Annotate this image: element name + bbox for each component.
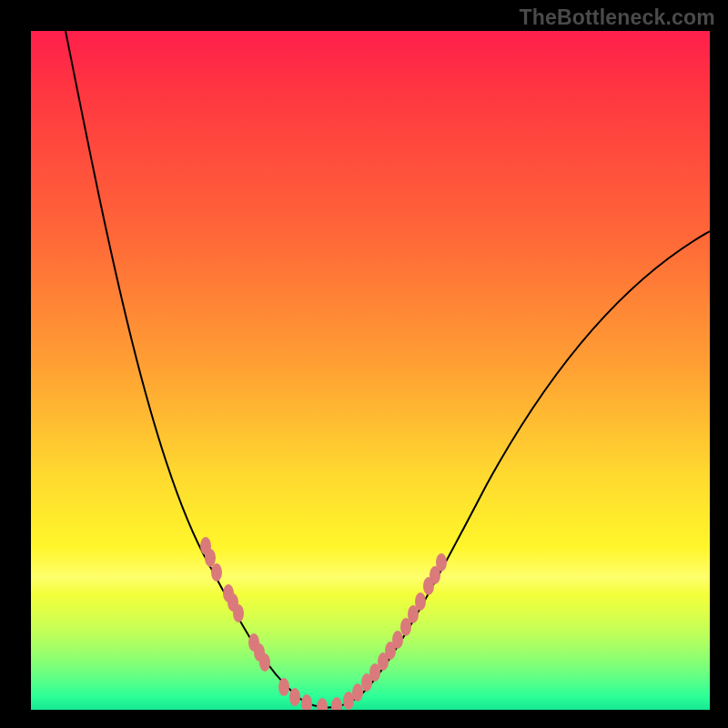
data-marker <box>331 697 342 710</box>
data-marker <box>278 678 289 696</box>
plot-area <box>31 31 710 710</box>
data-marker <box>352 683 363 702</box>
marker-layer <box>200 537 447 710</box>
data-marker <box>301 694 312 710</box>
chart-frame: TheBottleneck.com <box>0 0 728 728</box>
data-marker <box>289 688 300 706</box>
data-marker <box>233 604 244 622</box>
bottleneck-curve <box>66 31 710 708</box>
data-marker <box>259 653 270 672</box>
watermark-text: TheBottleneck.com <box>519 5 715 30</box>
data-marker <box>317 698 328 710</box>
chart-svg <box>31 31 710 710</box>
data-marker <box>211 563 222 581</box>
data-marker <box>392 631 403 649</box>
curve-layer <box>66 31 710 708</box>
data-marker <box>415 592 426 611</box>
data-marker <box>436 553 447 571</box>
data-marker <box>205 549 216 567</box>
